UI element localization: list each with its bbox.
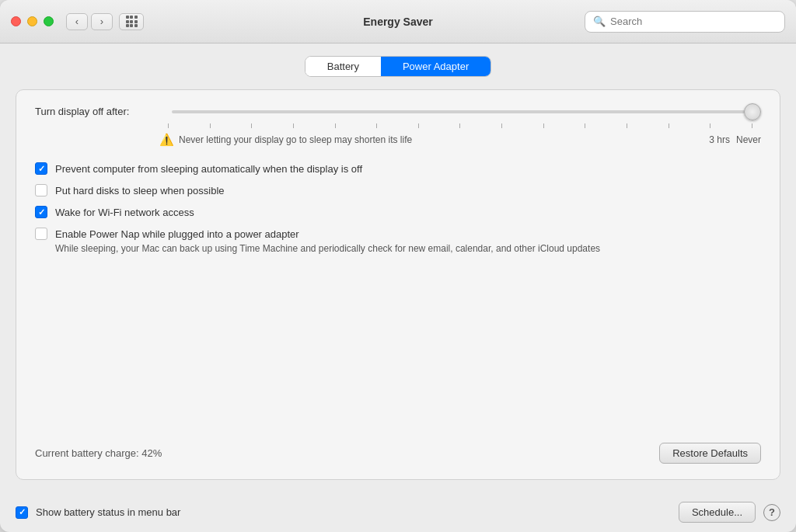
checkbox-section: Prevent computer from sleeping automatic… bbox=[35, 162, 761, 256]
checkbox-label-wifi: Wake for Wi-Fi network access bbox=[55, 207, 194, 218]
help-button[interactable]: ? bbox=[763, 504, 780, 521]
checkbox-sublabel-power-nap: While sleeping, your Mac can back up usi… bbox=[55, 242, 761, 256]
checkbox-item-power-nap: Enable Power Nap while plugged into a po… bbox=[35, 228, 761, 256]
content: Battery Power Adapter Turn display off a… bbox=[0, 43, 796, 492]
checkbox-item-wifi: Wake for Wi-Fi network access bbox=[35, 206, 761, 218]
tick bbox=[335, 123, 336, 128]
settings-panel: Turn display off after: bbox=[16, 89, 780, 480]
tab-battery[interactable]: Battery bbox=[305, 57, 381, 76]
display-sleep-slider[interactable] bbox=[172, 110, 761, 113]
slider-container bbox=[172, 110, 761, 113]
footer-right: Schedule... ? bbox=[679, 502, 780, 523]
tab-bar: Battery Power Adapter bbox=[16, 56, 780, 77]
tick bbox=[293, 123, 294, 128]
show-battery-label: Show battery status in menu bar bbox=[36, 506, 180, 518]
warning-row: ⚠️ Never letting your display go to slee… bbox=[159, 133, 761, 147]
tick bbox=[752, 123, 752, 128]
checkbox-hard-disks[interactable] bbox=[35, 184, 47, 196]
back-button[interactable]: ‹ bbox=[66, 13, 88, 30]
tab-group: Battery Power Adapter bbox=[305, 56, 491, 77]
forward-button[interactable]: › bbox=[91, 13, 113, 30]
titlebar: ‹ › Energy Saver 🔍 bbox=[0, 0, 796, 43]
tick bbox=[669, 123, 669, 128]
checkbox-prevent-sleep[interactable] bbox=[35, 162, 47, 175]
time-label-never: Never bbox=[736, 134, 761, 145]
minimize-button[interactable] bbox=[27, 16, 37, 26]
tick bbox=[501, 123, 502, 128]
tick bbox=[710, 123, 710, 128]
slider-ticks-inner bbox=[159, 123, 761, 128]
checkbox-row: Put hard disks to sleep when possible bbox=[35, 184, 761, 196]
tick bbox=[543, 123, 544, 128]
slider-label: Turn display off after: bbox=[35, 106, 159, 117]
footer-bar: Show battery status in menu bar Schedule… bbox=[0, 492, 796, 532]
tick bbox=[627, 123, 627, 128]
checkbox-row: Enable Power Nap while plugged into a po… bbox=[35, 228, 761, 240]
show-battery-row: Show battery status in menu bar bbox=[16, 506, 180, 519]
traffic-lights bbox=[11, 16, 54, 26]
bottom-area: Current battery charge: 42% Restore Defa… bbox=[35, 427, 761, 464]
warning-icon: ⚠️ bbox=[159, 133, 174, 147]
tick bbox=[251, 123, 252, 128]
checkbox-power-nap[interactable] bbox=[35, 228, 47, 240]
tick bbox=[585, 123, 585, 128]
grid-icon bbox=[126, 16, 138, 27]
search-input[interactable] bbox=[610, 16, 777, 27]
tick bbox=[376, 123, 377, 128]
time-label-3hrs: 3 hrs bbox=[709, 134, 730, 145]
checkbox-row: Prevent computer from sleeping automatic… bbox=[35, 162, 761, 175]
restore-defaults-button[interactable]: Restore Defaults bbox=[659, 443, 761, 464]
close-button[interactable] bbox=[11, 16, 21, 26]
tick bbox=[210, 123, 211, 128]
battery-status: Current battery charge: 42% bbox=[35, 447, 162, 459]
warning-text: Never letting your display go to sleep m… bbox=[179, 134, 704, 145]
search-icon: 🔍 bbox=[593, 16, 606, 27]
checkbox-row: Wake for Wi-Fi network access bbox=[35, 206, 761, 218]
window: ‹ › Energy Saver 🔍 Battery Power Adapter bbox=[0, 0, 796, 532]
schedule-button[interactable]: Schedule... bbox=[679, 502, 756, 523]
slider-ticks bbox=[159, 123, 761, 131]
tick bbox=[418, 123, 419, 128]
tab-power-adapter[interactable]: Power Adapter bbox=[381, 57, 491, 76]
checkbox-label-power-nap: Enable Power Nap while plugged into a po… bbox=[55, 228, 299, 240]
display-sleep-section: Turn display off after: bbox=[35, 106, 761, 117]
checkbox-label-hard-disks: Put hard disks to sleep when possible bbox=[55, 185, 225, 196]
checkbox-show-battery[interactable] bbox=[16, 506, 28, 519]
maximize-button[interactable] bbox=[44, 16, 54, 26]
checkbox-wifi[interactable] bbox=[35, 206, 47, 218]
search-box[interactable]: 🔍 bbox=[585, 11, 785, 33]
app-grid-button[interactable] bbox=[119, 13, 144, 30]
checkbox-item-hard-disks: Put hard disks to sleep when possible bbox=[35, 184, 761, 196]
nav-buttons: ‹ › bbox=[66, 13, 113, 30]
checkbox-label-prevent-sleep: Prevent computer from sleeping automatic… bbox=[55, 163, 362, 175]
tick bbox=[459, 123, 460, 128]
window-title: Energy Saver bbox=[363, 16, 433, 28]
time-labels: 3 hrs Never bbox=[709, 134, 761, 145]
checkbox-item-prevent-sleep: Prevent computer from sleeping automatic… bbox=[35, 162, 761, 175]
tick bbox=[168, 123, 169, 128]
